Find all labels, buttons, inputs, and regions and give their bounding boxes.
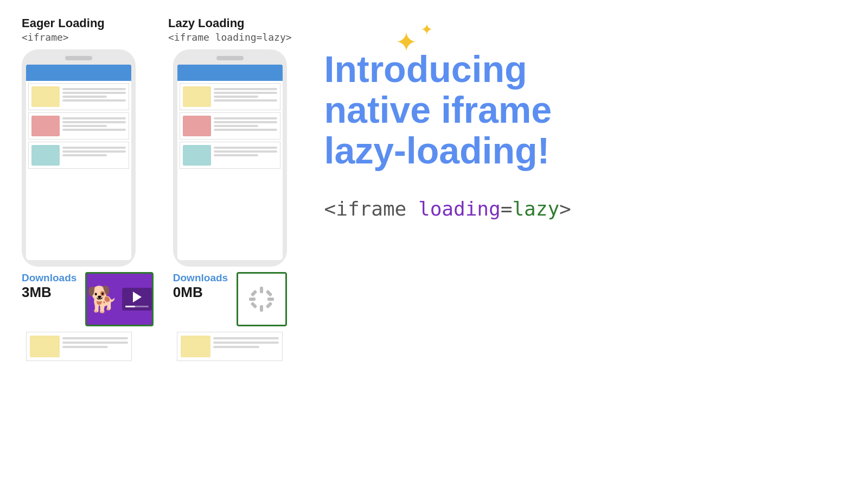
eager-label: Eager Loading <iframe> [22,16,136,43]
lazy-phone-screen [177,65,283,260]
card-line [62,147,126,149]
card-line [62,129,126,131]
svg-rect-1 [260,305,263,312]
card-line [213,346,259,348]
lazy-label: Lazy Loading <iframe loading=lazy> [168,16,292,43]
lazy-downloads-label: Downloads [173,272,228,284]
svg-rect-3 [267,298,274,301]
eager-title: Eager Loading [22,16,136,30]
card-lines-1 [62,86,126,102]
card-line [62,150,126,153]
eager-iframe-preview: 🐕 [85,272,154,326]
card-line [213,342,279,344]
card-lines-2 [62,116,126,131]
bottom-card-image [30,336,60,357]
card-lines-3 [62,145,126,156]
lazy-downloads-row: Downloads 0MB [173,272,287,326]
card-line [62,346,108,348]
card-line [62,88,126,90]
card-line [62,99,126,102]
eager-phone [22,49,136,267]
lazy-page-card-3 [180,142,280,169]
code-part4: lazy [512,198,559,220]
card-line [214,96,258,98]
dog-icon: 🐕 [87,285,118,314]
lazy-card-image-teal [183,145,211,166]
eager-phone-screen [26,65,131,260]
card-line [62,154,107,156]
lazy-below-phone: Downloads 0MB [173,272,287,361]
intro-title: Introducing native iframe lazy-loading! [324,49,552,170]
right-side: Introducing native iframe lazy-loading! … [292,16,846,220]
card-image-yellow [31,86,60,107]
card-line [214,125,258,127]
card-line [214,147,277,149]
dog-video: 🐕 [87,274,152,325]
card-line [62,125,107,127]
card-line [214,150,277,153]
card-line [214,117,277,119]
page-card-1 [28,83,129,110]
card-line [214,99,277,102]
sparkle-small-icon: ✦ [420,22,433,37]
card-line [62,117,126,119]
phone-content-lazy [177,81,283,260]
intro-line3: lazy-loading! [324,130,550,171]
lazy-card-lines-1 [214,86,277,102]
sparkle-big-icon: ✦ [395,29,418,56]
video-progress-bar [125,306,149,307]
code-part2: loading [418,198,501,220]
eager-downloads: Downloads 3MB [22,272,76,301]
video-icon-box [122,288,152,311]
eager-below-phone: Downloads 3MB 🐕 [22,272,136,361]
phone-notch [65,56,92,60]
phone-top-bar [26,65,131,81]
loading-spinner-container [238,274,285,325]
svg-rect-7 [266,302,273,309]
eager-section: Eager Loading <iframe> [22,16,136,361]
eager-code: <iframe> [22,31,136,43]
code-part3: = [501,198,513,220]
card-line [62,92,126,94]
card-line [213,337,279,339]
lazy-phone [173,49,287,267]
card-image-teal [31,145,60,166]
svg-rect-0 [260,287,263,293]
lazy-page-card-2 [180,112,280,140]
lazy-downloads: Downloads 0MB [173,272,228,301]
lazy-card-image-yellow [183,86,211,107]
video-progress-fill [125,306,135,307]
lazy-bottom-card-image [181,336,210,357]
lazy-code: <iframe loading=lazy> [168,31,292,43]
play-button-icon [133,292,142,302]
lazy-page-card-1 [180,83,280,110]
main-container: Eager Loading <iframe> [0,0,868,499]
card-line [62,342,128,344]
page-card-3 [28,142,129,169]
lazy-downloads-value: 0MB [173,284,203,301]
svg-rect-5 [266,290,273,297]
bottom-card-lines [62,336,128,357]
lazy-card-lines-3 [214,145,277,156]
page-card-2 [28,112,129,140]
lazy-title: Lazy Loading [168,16,292,30]
svg-rect-4 [251,290,258,297]
card-line [214,88,277,90]
lazy-card-image-pink [183,116,211,136]
lazy-section: Lazy Loading <iframe loading=lazy> [168,16,292,361]
lazy-bottom-card-lines [213,336,279,357]
lazy-bottom-card [177,332,283,361]
card-line [214,154,258,156]
svg-rect-2 [249,298,256,301]
card-line [214,129,277,131]
phone-notch-lazy [216,56,244,60]
lazy-card-lines-2 [214,116,277,131]
phone-content [26,81,131,260]
card-line [62,121,126,123]
svg-rect-6 [251,302,258,309]
eager-bottom-card [26,332,132,361]
card-line [62,337,128,339]
code-snippet: <iframe loading=lazy> [324,198,571,220]
eager-downloads-value: 3MB [22,284,52,301]
card-line [214,92,277,94]
